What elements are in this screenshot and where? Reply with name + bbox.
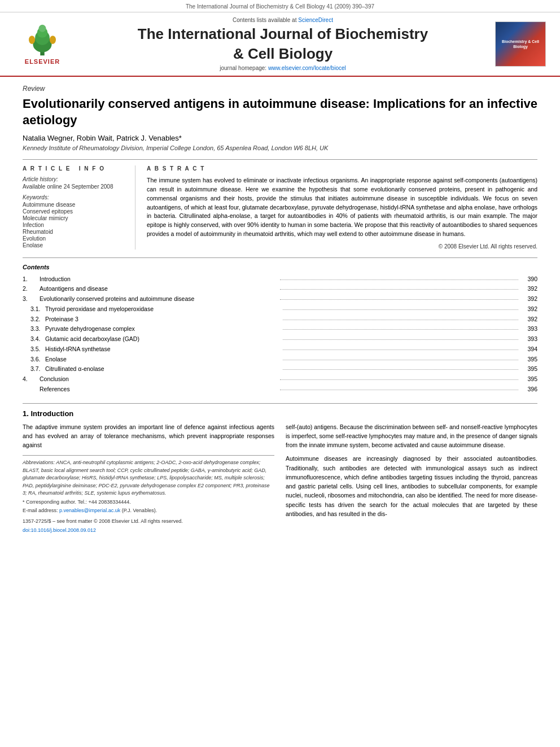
affiliation: Kennedy Institute of Rheumatology Divisi…: [23, 145, 537, 151]
email-link[interactable]: p.venables@imperial.ac.uk: [59, 508, 120, 513]
intro-paragraph-3: Autoimmune diseases are increasingly dia…: [286, 454, 537, 518]
toc-item-3-7: 3.7. Citrullinated α-enolase 395: [23, 365, 537, 374]
contents-title: Contents: [23, 264, 537, 270]
toc-item-3-6: 3.6. Enolase 395: [23, 355, 537, 364]
toc-item-4: 4. Conclusion 395: [23, 375, 537, 384]
journal-homepage: journal homepage: www.elsevier.com/locat…: [220, 65, 345, 71]
toc-item-3-4: 3.4. Glutamic acid decarboxylase (GAD) 3…: [23, 335, 537, 344]
elsevier-brand: ELSEVIER: [25, 58, 60, 65]
email-footnote: E-mail address: p.venables@imperial.ac.u…: [23, 507, 274, 515]
journal-cover-image: Biochemistry & Cell Biology: [492, 17, 549, 71]
toc-item-3-1: 3.1. Thyroid peroxidase and myeloperoxid…: [23, 305, 537, 314]
sciencedirect-anchor[interactable]: ScienceDirect: [298, 17, 333, 23]
cover-text: Biochemistry & Cell Biology: [496, 37, 545, 51]
keyword-5: Rheumatoid: [23, 229, 127, 235]
article-body: A R T I C L E I N F O Article history: A…: [23, 165, 537, 249]
keyword-1: Autoimmune disease: [23, 202, 127, 208]
elsevier-logo: ELSEVIER: [20, 23, 65, 65]
toc-item-1: 1. Introduction 390: [23, 275, 537, 284]
abstract-text: The immune system has evolved to elimina…: [147, 176, 537, 238]
page: The International Journal of Biochemistr…: [0, 0, 560, 544]
contents-section: Contents 1. Introduction 390 2. Autoanti…: [23, 264, 537, 394]
keywords-list: Autoimmune disease Conserved epitopes Mo…: [23, 202, 127, 248]
keyword-6: Evolution: [23, 235, 127, 242]
journal-title-line1: The International Journal of Biochemistr…: [138, 25, 428, 43]
homepage-link[interactable]: www.elsevier.com/locate/biocel: [268, 65, 346, 71]
toc-item-2: 2. Autoantigens and disease 392: [23, 285, 537, 294]
keyword-4: Infection: [23, 222, 127, 228]
svg-point-6: [50, 36, 56, 44]
citation-bar: The International Journal of Biochemistr…: [0, 0, 560, 12]
divider-1: [23, 159, 537, 160]
toc-item-3-2: 3.2. Proteinase 3 392: [23, 315, 537, 324]
corresponding-footnote: * Corresponding author. Tel.: +44 208383…: [23, 499, 274, 506]
introduction-body: The adaptive immune system provides an i…: [23, 422, 537, 533]
available-online: Available online 24 September 2008: [23, 184, 127, 190]
main-content: Review Evolutionarily conserved antigens…: [0, 77, 560, 544]
author-names: Natalia Wegner, Robin Wait, Patrick J. V…: [23, 134, 182, 142]
abstract-section: A B S T R A C T The immune system has ev…: [147, 165, 537, 249]
keyword-7: Enolase: [23, 242, 127, 248]
toc-item-3-3: 3.3. Pyruvate dehydrogenase complex 393: [23, 325, 537, 334]
sciencedirect-link: Contents lists available at ScienceDirec…: [233, 17, 333, 23]
keyword-3: Molecular mimicry: [23, 215, 127, 221]
journal-title-line2: & Cell Biology: [233, 45, 333, 63]
doi-bar: doi:10.1016/j.biocel.2008.09.012: [23, 527, 274, 533]
elsevier-tree-icon: [20, 23, 65, 57]
keyword-2: Conserved epitopes: [23, 208, 127, 215]
article-info-title: A R T I C L E I N F O: [23, 165, 127, 172]
intro-col-left: The adaptive immune system provides an i…: [23, 422, 274, 533]
doi-link[interactable]: doi:10.1016/j.biocel.2008.09.012: [23, 527, 96, 533]
intro-paragraph-2: self-(auto) antigens. Because the discri…: [286, 422, 537, 450]
journal-title-area: Contents lists available at ScienceDirec…: [79, 17, 487, 71]
history-label: Article history:: [23, 176, 127, 182]
article-title: Evolutionarily conserved antigens in aut…: [23, 96, 537, 128]
toc-item-references: References 396: [23, 385, 537, 394]
issn-bar: 1357-2725/$ – see front matter © 2008 El…: [23, 518, 274, 524]
authors: Natalia Wegner, Robin Wait, Patrick J. V…: [23, 134, 537, 142]
abstract-title: A B S T R A C T: [147, 165, 537, 172]
intro-paragraph-1: The adaptive immune system provides an i…: [23, 422, 274, 450]
toc-item-3-5: 3.5. Histidyl-tRNA synthetase 394: [23, 345, 537, 354]
article-type: Review: [23, 85, 537, 93]
keywords-label: Keywords:: [23, 194, 127, 200]
publisher-logo: ELSEVIER: [11, 17, 73, 71]
intro-col-right: self-(auto) antigens. Because the discri…: [286, 422, 537, 533]
divider-2: [23, 257, 537, 258]
journal-header: ELSEVIER Contents lists available at Sci…: [0, 12, 560, 77]
copyright: © 2008 Elsevier Ltd. All rights reserved…: [147, 243, 537, 250]
divider-3: [23, 403, 537, 404]
issn-text: 1357-2725/$ – see front matter © 2008 El…: [23, 518, 183, 524]
toc-item-3: 3. Evolutionarily conserved proteins and…: [23, 295, 537, 304]
abbreviations-footnote: Abbreviations: ANCA, anti-neutrophil cyt…: [23, 459, 274, 497]
citation-text: The International Journal of Biochemistr…: [186, 3, 374, 10]
footnotes: Abbreviations: ANCA, anti-neutrophil cyt…: [23, 455, 274, 533]
article-info: A R T I C L E I N F O Article history: A…: [23, 165, 135, 249]
svg-point-4: [39, 25, 46, 32]
svg-point-5: [29, 36, 35, 44]
journal-cover: Biochemistry & Cell Biology: [495, 21, 546, 67]
introduction-title: 1. Introduction: [23, 409, 537, 418]
